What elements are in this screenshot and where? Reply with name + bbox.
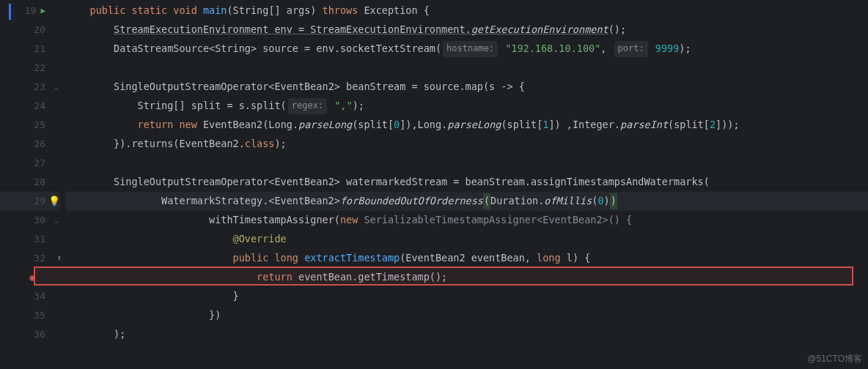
param-hint: hostname:	[443, 41, 498, 56]
line-number: 20	[31, 23, 45, 38]
gutter-line-31[interactable]: 31	[0, 230, 60, 249]
code-line-21: DataStreamSource<String> source = env.so…	[66, 40, 868, 59]
line-number: 24	[31, 99, 45, 114]
line-number: 34	[31, 289, 45, 305]
line-number: 30	[31, 213, 45, 228]
gutter-line-19[interactable]: 19 ▶	[0, 1, 60, 20]
code-line-26: }).returns(EventBean2.class);	[66, 135, 868, 154]
code-line-24: String[] split = s.split(regex: ",");	[66, 97, 868, 116]
code-line-19: public static void main(String[] args) t…	[66, 1, 868, 20]
gutter-line-28[interactable]: 28	[0, 173, 60, 192]
line-number: 31	[31, 232, 45, 247]
line-number: 21	[31, 42, 45, 57]
code-line-32: public long extractTimestamp(EventBean2 …	[66, 249, 868, 268]
line-number: 28	[31, 175, 45, 190]
fold-icon[interactable]: ⌄	[54, 81, 59, 93]
gutter-line-25[interactable]: 25	[0, 116, 60, 135]
line-number: 26	[31, 137, 45, 152]
code-line-33: return eventBean.getTimestamp();	[66, 268, 868, 287]
gutter-line-36[interactable]: 36	[0, 325, 60, 344]
gutter-line-24[interactable]: 24	[0, 97, 60, 116]
code-line-22	[66, 59, 868, 78]
line-number: 32	[31, 251, 45, 266]
gutter-line-32[interactable]: 32⬆	[0, 249, 60, 268]
line-number: 29	[31, 194, 45, 209]
gutter-line-30[interactable]: 30⌄	[0, 211, 60, 230]
code-line-34: }	[66, 287, 868, 306]
gutter-line-35[interactable]: 35	[0, 306, 60, 325]
gutter-line-33[interactable]: ◉	[0, 268, 60, 287]
gutter-line-27[interactable]: 27	[0, 154, 60, 173]
code-line-35: })	[66, 306, 868, 325]
code-line-27	[66, 154, 868, 173]
gutter: 19 ▶ 20 21 22 23⌄ 24 25 26 27 28 29💡 30⌄…	[0, 0, 60, 369]
change-marker	[9, 4, 11, 20]
breakpoint-icon[interactable]: ◉	[29, 270, 35, 286]
code-line-36: );	[66, 325, 868, 344]
code-line-31: @Override	[66, 230, 868, 249]
code-line-29: WatermarkStrategy.<EventBean2>forBounded…	[66, 192, 868, 211]
code-line-30: withTimestampAssigner(new SerializableTi…	[66, 211, 868, 230]
line-number: 22	[31, 61, 45, 76]
param-hint: port:	[614, 41, 648, 56]
gutter-line-20[interactable]: 20	[0, 20, 60, 40]
code-line-25: return new EventBean2(Long.parseLong(spl…	[66, 116, 868, 135]
line-number: 36	[31, 327, 45, 343]
gutter-line-22[interactable]: 22	[0, 59, 60, 78]
gutter-line-23[interactable]: 23⌄	[0, 78, 60, 97]
bulb-icon[interactable]: 💡	[48, 194, 60, 209]
line-number: 27	[31, 156, 45, 171]
code-line-20: StreamExecutionEnvironment env = StreamE…	[66, 20, 868, 40]
line-number: 35	[31, 308, 45, 324]
code-area[interactable]: public static void main(String[] args) t…	[60, 0, 868, 369]
code-line-23: SingleOutputStreamOperator<EventBean2> b…	[66, 78, 868, 97]
gutter-line-26[interactable]: 26	[0, 135, 60, 154]
gutter-line-29[interactable]: 29💡	[0, 192, 60, 211]
vcs-icon[interactable]: ⬆	[56, 252, 62, 265]
watermark-text: @51CTO博客	[807, 352, 862, 366]
gutter-line-21[interactable]: 21	[0, 40, 60, 59]
param-hint: regex:	[288, 98, 327, 113]
line-number: 25	[31, 118, 45, 133]
code-line-28: SingleOutputStreamOperator<EventBean2> w…	[66, 173, 868, 192]
fold-icon[interactable]: ⌄	[54, 215, 59, 226]
line-number: 23	[31, 80, 45, 95]
line-number: 19	[21, 4, 36, 19]
gutter-line-34[interactable]: 34	[0, 287, 60, 306]
run-icon[interactable]: ▶	[40, 4, 45, 18]
code-editor: 19 ▶ 20 21 22 23⌄ 24 25 26 27 28 29💡 30⌄…	[0, 0, 868, 369]
